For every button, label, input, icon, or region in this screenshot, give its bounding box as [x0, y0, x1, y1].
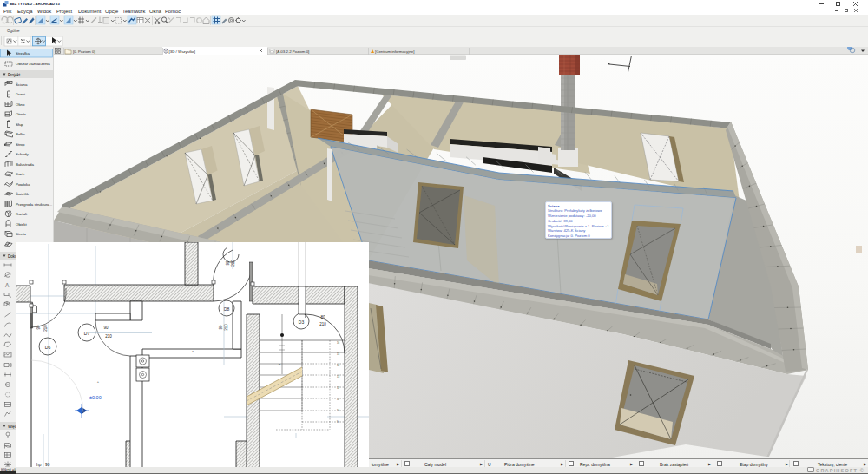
svg-text:Świetlik: Świetlik [16, 192, 30, 196]
svg-text:[0. Poziom 0]: [0. Poziom 0] [73, 49, 95, 54]
svg-text:13: 13 [337, 375, 340, 379]
svg-text:D3: D3 [299, 319, 305, 325]
svg-text:Ściana: Ściana [16, 82, 28, 87]
svg-text:Strefa: Strefa [16, 232, 26, 236]
svg-text:[3D / Wszystko]: [3D / Wszystko] [169, 49, 196, 54]
svg-text:90: 90 [219, 325, 223, 330]
svg-text:10: 10 [337, 409, 340, 412]
svg-text:Belka: Belka [16, 132, 26, 136]
svg-text:210: 210 [231, 260, 235, 267]
svg-text:12: 12 [337, 386, 340, 390]
svg-text:210: 210 [43, 325, 48, 332]
svg-text:Dach: Dach [16, 172, 25, 176]
svg-text:Balustrada: Balustrada [16, 162, 35, 167]
svg-text:[A.03.2.2 Poziom 0]: [A.03.2.2 Poziom 0] [276, 49, 309, 54]
svg-text:A: A [5, 282, 10, 288]
svg-text:90: 90 [103, 326, 108, 330]
svg-text:210: 210 [319, 322, 326, 326]
svg-text:210: 210 [105, 334, 112, 339]
svg-text:14: 14 [337, 364, 340, 367]
svg-text:±0.00: ±0.00 [89, 395, 102, 400]
svg-text:Projekt: Projekt [8, 73, 21, 77]
svg-text:90: 90 [226, 260, 230, 266]
svg-text:Obiekt: Obiekt [16, 222, 27, 227]
svg-text:D6: D6 [45, 345, 51, 350]
svg-text:Otwór: Otwór [16, 112, 26, 116]
svg-text:15: 15 [337, 352, 340, 356]
svg-text:210: 210 [224, 324, 228, 331]
svg-text:Obszar zaznaczenia: Obszar zaznaczenia [16, 62, 50, 66]
svg-text:Schody: Schody [16, 152, 29, 156]
svg-text:Drzwi: Drzwi [16, 92, 25, 96]
svg-text:Przegroda struktura...: Przegroda struktura... [16, 202, 52, 207]
svg-text:11: 11 [337, 398, 339, 401]
svg-text:16: 16 [337, 341, 340, 345]
svg-text:D8: D8 [224, 306, 230, 312]
svg-text:Strzałka: Strzałka [16, 51, 30, 56]
svg-text:Strop: Strop [16, 142, 25, 147]
svg-text:80: 80 [320, 315, 326, 319]
svg-text:Kształt: Kształt [16, 212, 28, 216]
svg-text:Powłoka: Powłoka [16, 182, 30, 187]
svg-text:Słup: Słup [16, 122, 23, 127]
svg-text:[Centrum informacyjne]: [Centrum informacyjne] [375, 49, 414, 54]
svg-text:Okno: Okno [16, 102, 25, 107]
svg-text:90: 90 [36, 325, 41, 330]
